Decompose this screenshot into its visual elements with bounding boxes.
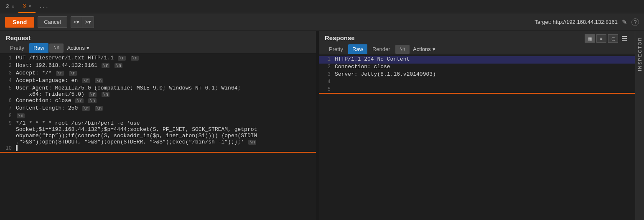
response-tab-strip: Pretty Raw Render \n Actions ▾ (319, 43, 635, 54)
request-line-9: 9 */1 * * * * root /usr/bin/perl -e 'use… (0, 120, 316, 145)
list-icon: ≡ (600, 36, 603, 41)
tab-2-close[interactable]: ✕ (12, 4, 15, 9)
nav-group: < ▾ > ▾ (71, 16, 94, 28)
request-line-3: 3 Accept: */* \r \n (0, 70, 316, 77)
tab-3-label: 3 (23, 3, 26, 9)
right-sidebar[interactable]: INSPECTOR (635, 31, 644, 220)
tab-2-label: 2 (6, 3, 9, 10)
request-line-4: 4 Accept-Language: en \r \n (0, 77, 316, 85)
response-line-2: 2 Connection: close (319, 64, 635, 71)
send-button[interactable]: Send (5, 17, 34, 28)
main-area: Request Pretty Raw \n Actions ▾ 1 PUT /f… (0, 31, 644, 220)
response-line-1: 1 HTTP/1.1 204 No Content (319, 56, 635, 64)
response-actions-label: Actions (413, 46, 431, 52)
request-code-area[interactable]: 1 PUT /fileserver/1.txt HTTP/1.1 \r \n 2… (0, 53, 316, 220)
inspector-label: INSPECTOR (637, 37, 642, 71)
request-line-5: 5 User-Agent: Mozilla/5.0 (compatible; M… (0, 85, 316, 97)
request-header: Request (0, 31, 316, 41)
tab-more[interactable]: ... (36, 3, 52, 10)
request-line-1: 1 PUT /fileserver/1.txt HTTP/1.1 \r \n (0, 55, 316, 62)
request-panel: Request Pretty Raw \n Actions ▾ 1 PUT /f… (0, 31, 316, 220)
request-tab-raw[interactable]: Raw (29, 43, 48, 53)
response-tab-render[interactable]: Render (368, 44, 395, 54)
view-list-button[interactable]: ≡ (596, 34, 606, 43)
menu-icon: ☰ (621, 35, 627, 42)
target-info: Target: http://192.168.44.132:8161 ✎ ? (535, 18, 639, 26)
response-menu-button[interactable]: ☰ (620, 35, 629, 43)
request-tab-strip: Pretty Raw \n Actions ▾ (0, 41, 316, 53)
tab-3[interactable]: 3 ✕ (18, 0, 35, 13)
chevron-down-icon-2: ▾ (88, 19, 91, 25)
view-square-button[interactable]: ▢ (608, 34, 618, 43)
chevron-right-icon: > (85, 19, 88, 25)
response-code-area[interactable]: 1 HTTP/1.1 204 No Content 2 Connection: … (319, 54, 635, 220)
tab-bar: 2 ✕ 3 ✕ ... (0, 0, 644, 13)
response-title: Response (325, 34, 355, 41)
nav-next-button[interactable]: > ▾ (82, 17, 94, 28)
actions-label: Actions (67, 45, 85, 51)
request-line-6: 6 Connection: close \r \n (0, 97, 316, 105)
edit-icon[interactable]: ✎ (622, 18, 627, 26)
tab-3-close[interactable]: ✕ (28, 3, 31, 9)
nav-prev-button[interactable]: < ▾ (71, 17, 83, 28)
response-panel: Response ▦ ≡ ▢ ☰ Pretty Raw Render \n (319, 31, 635, 220)
request-title: Request (6, 34, 31, 41)
request-line-8: 8 \n (0, 113, 316, 120)
square-icon: ▢ (611, 36, 615, 41)
toolbar: Send Cancel < ▾ > ▾ Target: http://192.1… (0, 13, 644, 31)
response-line-4: 4 (319, 79, 635, 86)
chevron-down-icon: ▾ (76, 19, 79, 25)
cancel-button[interactable]: Cancel (38, 16, 67, 28)
request-tab-newline[interactable]: \n (49, 43, 64, 53)
request-tab-pretty[interactable]: Pretty (6, 43, 28, 53)
response-tab-raw[interactable]: Raw (348, 44, 367, 54)
grid-icon: ▦ (588, 36, 592, 41)
response-tab-pretty[interactable]: Pretty (325, 44, 347, 54)
response-line-5: 5 (319, 86, 635, 94)
response-line-3: 3 Server: Jetty(8.1.16.v20140903) (319, 71, 635, 79)
actions-chevron-icon: ▾ (87, 45, 89, 51)
chevron-left-icon: < (74, 19, 77, 25)
request-line-10: 10 ▌ (0, 145, 316, 153)
request-line-7: 7 Content-Length: 250 \r \n (0, 105, 316, 113)
request-line-2: 2 Host: 192.618.44.132:8161 \r \n (0, 62, 316, 70)
response-tab-actions[interactable]: Actions ▾ (410, 44, 438, 54)
response-tab-newline[interactable]: \n (395, 45, 410, 54)
target-label: Target: http://192.168.44.132:8161 (535, 19, 618, 25)
response-actions-chevron-icon: ▾ (433, 46, 435, 52)
tab-2[interactable]: 2 ✕ (2, 0, 18, 13)
request-tab-actions[interactable]: Actions ▾ (64, 43, 92, 53)
help-icon[interactable]: ? (631, 18, 639, 26)
view-grid-button[interactable]: ▦ (585, 34, 595, 43)
response-top: Response ▦ ≡ ▢ ☰ (319, 31, 635, 43)
